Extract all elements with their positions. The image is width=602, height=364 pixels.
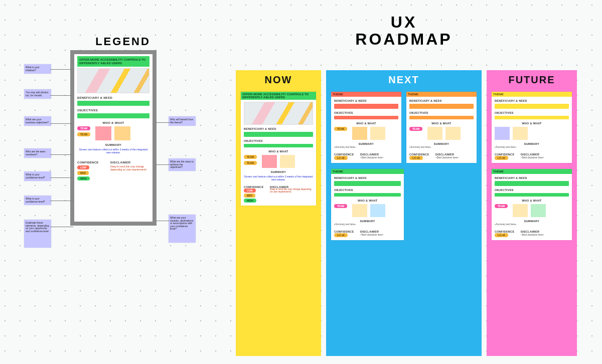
fut2-obj-bar[interactable] (495, 193, 569, 197)
legend-summary-text[interactable]: Screen cast feature rolled‑out within 2 … (77, 148, 149, 154)
next2-sticky-1[interactable] (427, 127, 442, 140)
legend-beneficiary-bar[interactable] (77, 101, 149, 106)
legend-summary-title: SUMMARY (77, 143, 149, 146)
legend-image-placeholder[interactable] (77, 68, 149, 93)
now-confdisc-row: CONFIDENCE LOW MED HIGH DISCLAIMER Keep … (244, 183, 313, 203)
fut2-sticky-1[interactable] (513, 204, 528, 217)
next3-team[interactable]: TEAM (334, 204, 347, 208)
note-duplicate[interactable]: Duplicate these elements, depending on y… (24, 220, 51, 248)
next1-sum-text[interactable]: «Summary text here» (334, 146, 356, 148)
fut1-conf-pill[interactable]: LO–HI (495, 156, 508, 160)
next3-sticky-2[interactable] (370, 204, 385, 217)
now-bn-title: BENEFICIARY & NEED (244, 127, 313, 130)
fut1-obj-bar[interactable] (495, 116, 569, 119)
next2-sticky-2[interactable] (445, 127, 461, 140)
fut2-disc-text[interactable]: <Brief disclaimer here> (521, 234, 544, 236)
now-team-pill-2[interactable]: TEAM (244, 161, 257, 165)
next3-theme[interactable]: THEME (331, 169, 404, 174)
next2-theme[interactable]: THEME (406, 92, 477, 97)
fut2-sum-text[interactable]: «Summary text here» (495, 223, 516, 226)
next1-bn-bar[interactable] (334, 104, 398, 109)
note-team[interactable]: Who are the team members? (24, 148, 51, 158)
legend-team-pill-2[interactable]: TEAM (77, 132, 90, 136)
legend-confidence-title: CONFIDENCE (77, 161, 107, 164)
next1-sticky-1[interactable] (352, 127, 367, 140)
note-initiative[interactable]: What is your initiative? (24, 64, 51, 74)
fut1-sticky-2[interactable] (513, 127, 528, 140)
next2-bn-bar[interactable] (409, 104, 474, 109)
note-photos[interactable]: You may add photos too, for visuals. (24, 89, 51, 99)
legend-disclaimer-text[interactable]: Keep in mind this may change depending o… (110, 165, 149, 171)
now-conf-med[interactable]: MED (244, 194, 255, 198)
legend-conf-low[interactable]: LOW (77, 165, 89, 169)
legend-sticky-2[interactable] (114, 126, 130, 140)
now-card[interactable]: OFFER MORE ACCESSIBILITY CONTROLS TO DIF… (241, 92, 316, 206)
now-sticky-2[interactable] (280, 155, 295, 168)
column-future[interactable]: FUTURE THEME BENEFICIARY & NEED OBJECTIV… (487, 70, 577, 356)
now-sticky-1[interactable] (262, 155, 277, 168)
future-card-2[interactable]: THEME BENEFICIARY & NEED OBJECTIVES WHO … (492, 169, 572, 240)
now-team-pill-1[interactable]: TEAM (244, 155, 257, 159)
next2-conf-pill[interactable]: LO–HI (409, 156, 423, 160)
column-now[interactable]: NOW OFFER MORE ACCESSIBILITY CONTROLS TO… (236, 70, 321, 356)
next3-conf-pill[interactable]: LO–HI (334, 233, 348, 237)
fut2-sticky-2[interactable] (531, 204, 546, 217)
now-bn-bar[interactable] (244, 132, 313, 137)
next1-obj-bar[interactable] (334, 116, 398, 119)
note-achieve[interactable]: What are the ways to achieve the objecti… (169, 158, 196, 171)
legend-conf-high[interactable]: HIGH (77, 176, 90, 180)
next1-theme[interactable]: THEME (331, 92, 401, 97)
next-card-2[interactable]: THEME BENEFICIARY & NEED OBJECTIVES WHO … (406, 92, 477, 163)
next2-disc: DISCLAIMER (435, 153, 474, 156)
now-sum-text[interactable]: Screen cast feature rolled‑out within 2 … (244, 175, 313, 181)
now-conf-low[interactable]: LOW (244, 189, 256, 193)
now-conf-high[interactable]: HIGH (244, 199, 256, 203)
now-image-placeholder[interactable] (244, 102, 313, 125)
next2-disc-text[interactable]: <Brief disclaimer here> (435, 156, 459, 159)
note-caveats[interactable]: What are your caveats, declinations or a… (169, 215, 196, 243)
legend-theme-banner[interactable]: OFFER MORE ACCESSIBILITY CONTROLS TO DIF… (77, 56, 149, 67)
legend-team-pill-1[interactable]: TEAM (77, 126, 90, 130)
fut1-bn-bar[interactable] (495, 104, 569, 109)
fut1-sum-title: SUMMARY (495, 142, 569, 145)
legend-sticky-1[interactable] (95, 126, 111, 140)
next3-sticky-1[interactable] (352, 204, 367, 217)
next3-disc: DISCLAIMER (360, 230, 401, 233)
next1-sticky-2[interactable] (370, 127, 385, 140)
column-next[interactable]: NEXT THEME BENEFICIARY & NEED OBJECTIVES… (326, 70, 482, 356)
fut2-disc: DISCLAIMER (521, 230, 569, 233)
next2-obj-bar[interactable] (409, 116, 474, 119)
next3-obj-bar[interactable] (334, 193, 401, 197)
note-benefit[interactable]: Who will benefit from the theme? (169, 116, 196, 126)
now-disc-text[interactable]: Keep in mind this may change depending o… (270, 189, 313, 194)
next3-bn-bar[interactable] (334, 181, 401, 186)
legend-card[interactable]: OFFER MORE ACCESSIBILITY CONTROLS TO DIF… (70, 50, 157, 226)
next1-conf-pill[interactable]: LO–HI (334, 156, 348, 160)
next-card-3[interactable]: THEME BENEFICIARY & NEED OBJECTIVES WHO … (331, 169, 404, 240)
next2-team[interactable]: TEAM (409, 127, 422, 131)
fut1-sum-text[interactable]: «Summary text here» (495, 146, 516, 148)
fut2-conf-pill[interactable]: LO–HI (495, 233, 508, 237)
fut2-bn-bar[interactable] (495, 181, 569, 186)
legend-objectives-bar[interactable] (77, 113, 149, 118)
next2-sum-text[interactable]: «Summary text here» (409, 146, 431, 148)
next1-team[interactable]: TEAM (334, 127, 347, 131)
next3-disc-text[interactable]: <Brief disclaimer here> (360, 234, 383, 236)
fut1-theme[interactable]: THEME (492, 92, 572, 97)
legend-disclaimer-title: DISCLAIMER (110, 161, 149, 164)
legend-conf-med[interactable]: MED (77, 171, 89, 175)
note-objectives[interactable]: What are your business objectives? (24, 116, 51, 126)
note-confidence-left-1[interactable]: What is your confidence level? (24, 171, 51, 181)
note-confidence-left-2[interactable]: What is your confidence level? (24, 196, 51, 205)
future-card-1[interactable]: THEME BENEFICIARY & NEED OBJECTIVES WHO … (492, 92, 572, 163)
next3-sum-text[interactable]: «Summary text here» (334, 223, 356, 226)
next-card-1[interactable]: THEME BENEFICIARY & NEED OBJECTIVES WHO … (331, 92, 401, 163)
now-obj-bar[interactable] (244, 144, 313, 147)
fut2-team[interactable]: TEAM (495, 204, 508, 208)
fut1-sticky-1[interactable] (495, 127, 510, 140)
next1-disc-text[interactable]: <Brief disclaimer here> (360, 156, 383, 159)
fut1-disc-text[interactable]: <Brief disclaimer here> (521, 156, 544, 159)
connector (156, 164, 170, 165)
now-theme-banner[interactable]: OFFER MORE ACCESSIBILITY CONTROLS TO DIF… (241, 92, 316, 100)
fut2-theme[interactable]: THEME (492, 169, 572, 174)
